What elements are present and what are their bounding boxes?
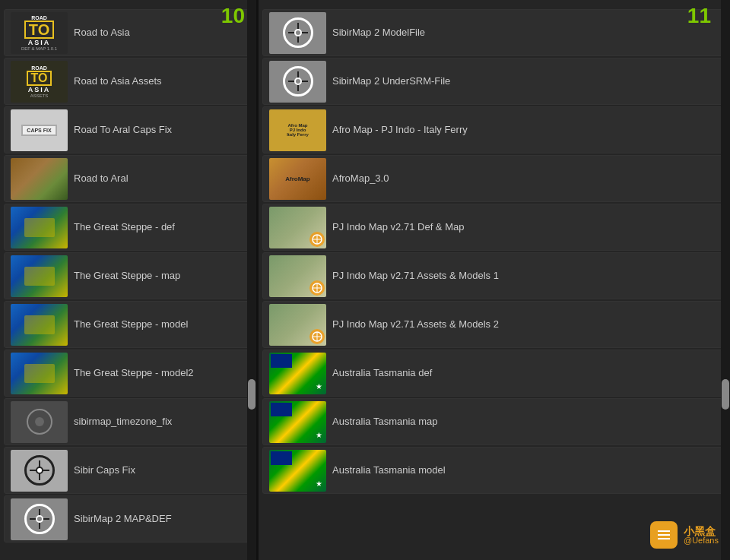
item-label: The Great Steppe - map — [74, 270, 252, 283]
list-item[interactable]: ★ Australia Tasmania def — [262, 350, 726, 397]
rta-logo-thumb: ROAD TO ASIA DEF & MAP 1.0.1 — [11, 12, 68, 54]
steppe-thumb — [11, 353, 68, 394]
afro-thumb: Afro MapPJ IndoItaly Ferry — [269, 109, 326, 151]
list-item[interactable]: CAPS FIX Road To Aral Caps Fix — [4, 106, 252, 153]
item-thumbnail — [269, 61, 326, 103]
item-label: The Great Steppe - model2 — [74, 367, 252, 380]
right-panel-number: 11 — [687, 4, 711, 28]
sibir-map-thumb — [269, 61, 326, 103]
item-thumbnail — [11, 304, 68, 346]
item-label: Road To Aral Caps Fix — [74, 124, 252, 137]
list-item[interactable]: Sibir Caps Fix — [4, 447, 252, 494]
watermark-sub: @Uefans — [684, 536, 719, 545]
right-panel: 11 SibirMap 2 ModelFile — [259, 0, 730, 560]
list-item[interactable]: AfroMap AfroMap_3.0 — [262, 155, 726, 202]
steppe-thumb — [11, 304, 68, 346]
aral-thumb — [11, 158, 68, 200]
item-label: SibirMap 2 MAP&DEF — [74, 513, 252, 526]
list-item[interactable]: SibirMap 2 UnderSRM-File — [262, 58, 726, 105]
list-item[interactable]: The Great Steppe - map — [4, 252, 252, 299]
list-item[interactable]: PJ Indo Map v2.71 Assets & Models 1 — [262, 252, 726, 299]
left-list[interactable]: ROAD TO ASIA DEF & MAP 1.0.1 Road to Asi… — [0, 0, 256, 560]
item-thumbnail — [269, 304, 326, 346]
item-label: PJ Indo Map v2.71 Def & Map — [332, 221, 725, 234]
item-thumbnail — [11, 255, 68, 297]
timezone-thumb — [11, 401, 68, 443]
item-label: sibirmap_timezone_fix — [74, 416, 252, 429]
right-scrollbar[interactable] — [721, 0, 730, 560]
list-item[interactable]: The Great Steppe - model2 — [4, 350, 252, 397]
list-item[interactable]: ★ Australia Tasmania map — [262, 398, 726, 445]
list-item[interactable]: SibirMap 2 ModelFile — [262, 9, 726, 56]
aus-thumb: ★ — [269, 450, 326, 492]
item-thumbnail: ROAD TO ASIA DEF & MAP 1.0.1 — [11, 12, 68, 54]
pj-thumb — [269, 304, 326, 346]
item-thumbnail — [269, 207, 326, 248]
item-thumbnail — [269, 12, 326, 54]
pj-thumb — [269, 255, 326, 297]
sibir-caps-thumb — [11, 450, 68, 492]
aus-thumb: ★ — [269, 401, 326, 443]
item-thumbnail: Afro MapPJ IndoItaly Ferry — [269, 109, 326, 151]
item-thumbnail: ★ — [269, 401, 326, 443]
item-thumbnail — [11, 353, 68, 394]
list-item[interactable]: ROAD TO ASIA DEF & MAP 1.0.1 Road to Asi… — [4, 9, 252, 56]
item-thumbnail — [11, 207, 68, 248]
list-item[interactable]: ROAD TO ASIA ASSETS Road to Asia Assets — [4, 58, 252, 105]
item-thumbnail — [269, 255, 326, 297]
item-thumbnail — [11, 450, 68, 492]
item-label: Road to Asia — [74, 27, 252, 40]
afromap-thumb: AfroMap — [269, 158, 326, 200]
item-label: Australia Tasmania def — [332, 367, 725, 380]
left-scrollbar-thumb[interactable] — [248, 379, 256, 410]
steppe-thumb — [11, 207, 68, 248]
watermark: 小黑盒 @Uefans — [650, 521, 719, 549]
watermark-brand: 小黑盒 — [684, 526, 716, 536]
right-scrollbar-thumb[interactable] — [722, 379, 729, 410]
list-item[interactable]: The Great Steppe - model — [4, 301, 252, 348]
list-item[interactable]: PJ Indo Map v2.71 Assets & Models 2 — [262, 301, 726, 348]
aus-thumb: ★ — [269, 353, 326, 394]
item-thumbnail: ROAD TO ASIA ASSETS — [11, 61, 68, 103]
sibir-map-thumb — [11, 498, 68, 540]
item-label: Australia Tasmania model — [332, 464, 725, 477]
item-label: The Great Steppe - model — [74, 318, 252, 331]
item-label: AfroMap_3.0 — [332, 172, 725, 185]
pj-thumb — [269, 207, 326, 248]
item-thumbnail — [11, 498, 68, 540]
left-panel: 10 ROAD TO ASIA DEF & MAP 1.0.1 Road to … — [0, 0, 259, 560]
list-item[interactable]: sibirmap_timezone_fix — [4, 398, 252, 445]
item-label: Road to Aral — [74, 172, 252, 185]
right-list[interactable]: SibirMap 2 ModelFile SibirMap 2 UnderSRM… — [259, 0, 730, 560]
main-container: 10 ROAD TO ASIA DEF & MAP 1.0.1 Road to … — [0, 0, 730, 560]
item-label: The Great Steppe - def — [74, 221, 252, 234]
item-label: Road to Asia Assets — [74, 75, 252, 88]
item-label: PJ Indo Map v2.71 Assets & Models 1 — [332, 270, 725, 283]
rta-assets-logo-thumb: ROAD TO ASIA ASSETS — [11, 61, 68, 103]
item-label: SibirMap 2 ModelFile — [332, 27, 725, 40]
item-label: Afro Map - PJ Indo - Italy Ferry — [332, 124, 725, 137]
item-label: SibirMap 2 UnderSRM-File — [332, 75, 725, 88]
item-thumbnail — [11, 401, 68, 443]
item-thumbnail: ★ — [269, 450, 326, 492]
svg-point-1 — [35, 417, 44, 426]
item-thumbnail: AfroMap — [269, 158, 326, 200]
item-label: Australia Tasmania map — [332, 416, 725, 429]
watermark-text: 小黑盒 @Uefans — [684, 526, 719, 545]
left-scrollbar[interactable] — [247, 0, 256, 560]
list-item[interactable]: SibirMap 2 MAP&DEF — [4, 495, 252, 543]
list-item[interactable]: ★ Australia Tasmania model — [262, 447, 726, 494]
list-item[interactable]: Road to Aral — [4, 155, 252, 202]
list-item[interactable]: Afro MapPJ IndoItaly Ferry Afro Map - PJ… — [262, 106, 726, 153]
item-label: Sibir Caps Fix — [74, 464, 252, 477]
list-item[interactable]: PJ Indo Map v2.71 Def & Map — [262, 204, 726, 251]
caps-thumb: CAPS FIX — [11, 109, 68, 151]
item-thumbnail: CAPS FIX — [11, 109, 68, 151]
item-label: PJ Indo Map v2.71 Assets & Models 2 — [332, 318, 725, 331]
left-panel-number: 10 — [221, 4, 245, 28]
item-thumbnail — [11, 158, 68, 200]
watermark-icon — [650, 521, 678, 549]
list-item[interactable]: The Great Steppe - def — [4, 204, 252, 251]
sibir-map-thumb — [269, 12, 326, 54]
steppe-thumb — [11, 255, 68, 297]
